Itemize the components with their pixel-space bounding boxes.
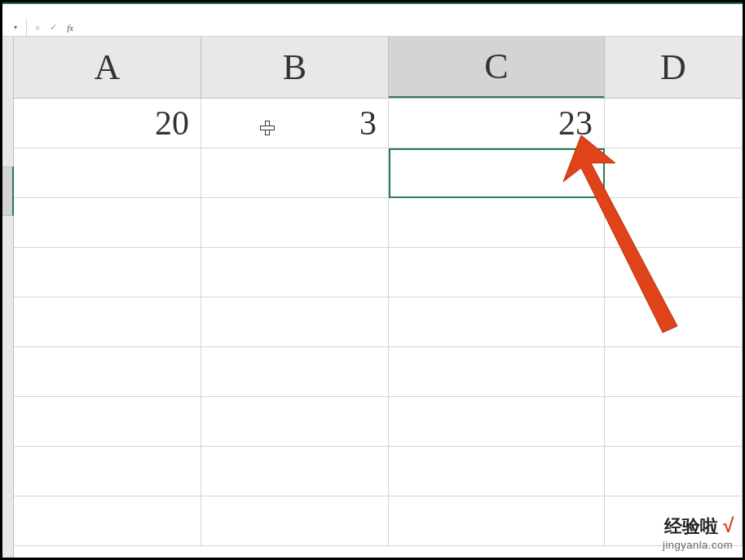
cell-a1[interactable]: 20 bbox=[14, 99, 201, 148]
grid-rows: 20 3 23 bbox=[14, 99, 743, 546]
cell-b2[interactable] bbox=[201, 148, 389, 197]
cell-d6[interactable] bbox=[605, 347, 743, 396]
name-box[interactable]: ▾ bbox=[2, 19, 27, 36]
cell-a7[interactable] bbox=[14, 397, 201, 446]
cell-b1[interactable]: 3 bbox=[201, 99, 389, 148]
column-header-b[interactable]: B bbox=[201, 37, 389, 98]
column-header-d[interactable]: D bbox=[605, 37, 743, 98]
row-header-selected[interactable] bbox=[2, 166, 14, 216]
cell-c5[interactable] bbox=[389, 298, 605, 346]
cell-b6[interactable] bbox=[201, 347, 389, 396]
watermark: 经验啦 √ jingyanla.com bbox=[663, 514, 733, 551]
spreadsheet-app: ▾ × ✓ fx A B C D 20 3 23 bbox=[2, 2, 743, 558]
cell-a4[interactable] bbox=[14, 248, 201, 297]
cell-a5[interactable] bbox=[14, 298, 201, 346]
cancel-icon[interactable]: × bbox=[35, 23, 40, 33]
cell-c7[interactable] bbox=[389, 397, 605, 446]
cell-d2[interactable] bbox=[605, 148, 743, 197]
accept-icon[interactable]: ✓ bbox=[50, 22, 57, 33]
spreadsheet-grid: A B C D 20 3 23 bbox=[14, 37, 743, 558]
cell-d8[interactable] bbox=[605, 447, 743, 496]
cell-d3[interactable] bbox=[605, 198, 743, 247]
table-row bbox=[14, 248, 743, 298]
cell-c4[interactable] bbox=[389, 248, 605, 297]
table-row bbox=[14, 447, 743, 496]
cell-d5[interactable] bbox=[605, 298, 743, 346]
cell-b3[interactable] bbox=[201, 198, 389, 247]
cell-b7[interactable] bbox=[201, 397, 389, 446]
cell-c8[interactable] bbox=[389, 447, 605, 496]
table-row bbox=[14, 397, 743, 447]
cell-c1[interactable]: 23 bbox=[389, 99, 605, 148]
formula-bar-buttons: × ✓ fx bbox=[27, 19, 82, 36]
cell-a9[interactable] bbox=[14, 496, 201, 545]
table-row bbox=[14, 347, 743, 397]
table-row bbox=[14, 198, 743, 248]
table-row bbox=[14, 496, 743, 546]
app-accent-bar bbox=[2, 2, 743, 4]
column-header-a[interactable]: A bbox=[14, 37, 201, 98]
watermark-text: 经验啦 bbox=[664, 516, 718, 536]
watermark-check-icon: √ bbox=[722, 514, 733, 536]
cell-a8[interactable] bbox=[14, 447, 201, 496]
name-box-dropdown-icon[interactable]: ▾ bbox=[14, 24, 17, 31]
cell-b5[interactable] bbox=[201, 298, 389, 346]
cell-a2[interactable] bbox=[14, 148, 201, 197]
cell-a3[interactable] bbox=[14, 198, 201, 247]
cell-a6[interactable] bbox=[14, 347, 201, 396]
cell-c6[interactable] bbox=[389, 347, 605, 396]
table-row bbox=[14, 148, 743, 198]
cell-c9[interactable] bbox=[389, 496, 605, 545]
fx-icon[interactable]: fx bbox=[67, 23, 73, 33]
cell-c2[interactable] bbox=[389, 148, 605, 197]
formula-bar: ▾ × ✓ fx bbox=[2, 19, 743, 37]
cell-b8[interactable] bbox=[201, 447, 389, 496]
formula-input[interactable] bbox=[82, 19, 743, 36]
watermark-url: jingyanla.com bbox=[663, 539, 733, 551]
column-headers: A B C D bbox=[14, 37, 743, 99]
cell-d7[interactable] bbox=[605, 397, 743, 446]
cell-d1[interactable] bbox=[605, 99, 743, 148]
table-row bbox=[14, 298, 743, 347]
row-header-gutter bbox=[2, 37, 14, 558]
column-header-c[interactable]: C bbox=[389, 37, 605, 98]
table-row: 20 3 23 bbox=[14, 99, 743, 148]
cell-b9[interactable] bbox=[201, 496, 389, 545]
cell-c3[interactable] bbox=[389, 198, 605, 247]
cell-b4[interactable] bbox=[201, 248, 389, 297]
cell-d4[interactable] bbox=[605, 248, 743, 297]
